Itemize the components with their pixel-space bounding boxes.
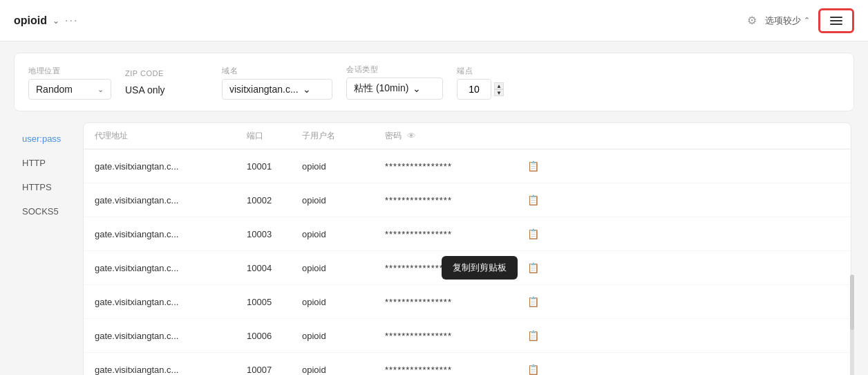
main-content: user:pass HTTP HTTPS SOCKS5 代理地址 端口 子用户名… — [14, 122, 854, 375]
header-left: opioid ⌄ ··· — [14, 15, 78, 27]
username: opioid — [302, 161, 385, 172]
domain-select[interactable]: visitxiangtan.c... ⌄ — [222, 79, 332, 100]
zip-filter-field: ZIP CODE USA only — [125, 69, 208, 100]
gear-icon[interactable]: ⚙ — [747, 14, 757, 27]
domain-chevron-icon: ⌄ — [303, 84, 311, 95]
endpoint-spinner: ▲ ▼ — [457, 79, 504, 100]
spinner-arrows: ▲ ▼ — [494, 82, 504, 96]
options-less-button[interactable]: 选项较少 ⌃ — [765, 15, 810, 27]
th-proxy: 代理地址 — [95, 130, 247, 142]
table-row: gate.visitxiangtan.c... 10007 opioid ***… — [84, 353, 851, 375]
toggle-line-2 — [830, 20, 842, 21]
proxy-address: gate.visitxiangtan.c... — [95, 331, 247, 341]
toggle-lines-icon — [830, 17, 842, 25]
header: opioid ⌄ ··· ⚙ 选项较少 ⌃ — [0, 0, 868, 42]
sidebar: user:pass HTTP HTTPS SOCKS5 — [14, 122, 83, 375]
table-body: gate.visitxiangtan.c... 10001 opioid ***… — [84, 149, 851, 375]
proxy-address: gate.visitxiangtan.c... — [95, 365, 247, 375]
copy-icon[interactable]: 📋 — [523, 360, 542, 375]
password: **************** — [385, 161, 523, 172]
title-chevron-icon[interactable]: ⌄ — [53, 16, 59, 26]
password: **************** — [385, 297, 523, 307]
copy-icon[interactable]: 📋 — [523, 326, 542, 345]
toggle-columns-button[interactable] — [818, 8, 854, 33]
proxy-address: gate.visitxiangtan.c... — [95, 263, 247, 273]
proxy-table: 代理地址 端口 子用户名 密码 👁 gate.visitxiangtan.c..… — [83, 122, 851, 375]
th-port: 端口 — [247, 130, 302, 142]
table-row: gate.visitxiangtan.c... 10005 opioid ***… — [84, 285, 851, 319]
session-label: 会话类型 — [346, 64, 443, 75]
th-action — [523, 130, 551, 142]
port: 10004 — [247, 263, 302, 273]
geo-filter-field: 地理位置 Random ⌄ — [28, 66, 111, 100]
table-row: gate.visitxiangtan.c... 10002 opioid ***… — [84, 183, 851, 217]
proxy-address: gate.visitxiangtan.c... — [95, 161, 247, 172]
toggle-line-3 — [830, 24, 842, 25]
table-row: gate.visitxiangtan.c... 10003 opioid ***… — [84, 217, 851, 251]
session-select[interactable]: 粘性 (10min) ⌄ — [346, 77, 443, 100]
username: opioid — [302, 297, 385, 307]
session-chevron-icon: ⌄ — [413, 83, 421, 94]
sidebar-item-http[interactable]: HTTP — [14, 152, 83, 174]
proxy-address: gate.visitxiangtan.c... — [95, 229, 247, 239]
scroll-thumb[interactable] — [850, 275, 854, 330]
scroll-track[interactable] — [850, 275, 854, 375]
toggle-line-1 — [830, 17, 842, 18]
th-username: 子用户名 — [302, 130, 385, 142]
copy-icon[interactable]: 📋 — [523, 156, 542, 176]
zip-label: ZIP CODE — [125, 69, 208, 77]
table-row: gate.visitxiangtan.c... 10006 opioid ***… — [84, 319, 851, 353]
port: 10001 — [247, 161, 302, 172]
username: opioid — [302, 331, 385, 341]
port: 10002 — [247, 195, 302, 205]
table-row: gate.visitxiangtan.c... 10001 opioid ***… — [84, 149, 851, 183]
password: **************** — [385, 331, 523, 341]
endpoint-label: 端点 — [457, 66, 504, 76]
port: 10003 — [247, 229, 302, 239]
scrollbar — [851, 122, 854, 375]
proxy-address: gate.visitxiangtan.c... — [95, 195, 247, 205]
geo-label: 地理位置 — [28, 66, 111, 76]
eye-icon[interactable]: 👁 — [407, 131, 416, 141]
geo-select[interactable]: Random ⌄ — [28, 79, 111, 100]
header-right: ⚙ 选项较少 ⌃ — [747, 8, 854, 33]
copy-icon[interactable]: 📋 复制到剪贴板 — [523, 258, 542, 277]
th-password: 密码 👁 — [385, 130, 523, 142]
spinner-up-arrow[interactable]: ▲ — [494, 82, 504, 89]
port: 10006 — [247, 331, 302, 341]
username: opioid — [302, 229, 385, 239]
spinner-down-arrow[interactable]: ▼ — [494, 89, 504, 96]
copy-icon[interactable]: 📋 — [523, 224, 542, 244]
username: opioid — [302, 365, 385, 375]
geo-value: Random — [36, 84, 73, 95]
more-options-icon[interactable]: ··· — [65, 15, 78, 27]
port: 10005 — [247, 297, 302, 307]
endpoint-input[interactable] — [457, 79, 491, 100]
username: opioid — [302, 263, 385, 273]
clipboard-tooltip: 复制到剪贴板 — [442, 256, 518, 280]
filter-bar: 地理位置 Random ⌄ ZIP CODE USA only 域名 visit… — [14, 53, 854, 111]
sidebar-item-https[interactable]: HTTPS — [14, 176, 83, 198]
copy-icon[interactable]: 📋 — [523, 292, 542, 311]
sidebar-item-userpass[interactable]: user:pass — [14, 128, 83, 149]
domain-filter-field: 域名 visitxiangtan.c... ⌄ — [222, 66, 332, 100]
domain-value: visitxiangtan.c... — [229, 84, 299, 95]
copy-icon[interactable]: 📋 — [523, 190, 542, 210]
port: 10007 — [247, 365, 302, 375]
zip-value: USA only — [125, 80, 208, 100]
table-row: gate.visitxiangtan.c... 10004 opioid ***… — [84, 251, 851, 285]
geo-chevron-icon: ⌄ — [97, 85, 104, 94]
password: **************** — [385, 229, 523, 239]
options-less-label: 选项较少 — [765, 15, 801, 27]
chevron-up-icon: ⌃ — [804, 16, 810, 25]
domain-label: 域名 — [222, 66, 332, 76]
session-value: 粘性 (10min) — [354, 82, 408, 95]
sidebar-item-socks5[interactable]: SOCKS5 — [14, 201, 83, 222]
table-header: 代理地址 端口 子用户名 密码 👁 — [84, 123, 851, 149]
password: **************** — [385, 365, 523, 375]
endpoint-filter-field: 端点 ▲ ▼ — [457, 66, 504, 100]
proxy-address: gate.visitxiangtan.c... — [95, 297, 247, 307]
app-title: opioid — [14, 15, 47, 27]
username: opioid — [302, 195, 385, 205]
session-filter-field: 会话类型 粘性 (10min) ⌄ — [346, 64, 443, 100]
